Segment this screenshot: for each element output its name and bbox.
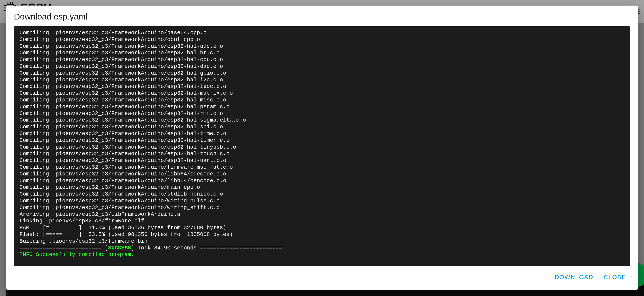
build-log-terminal[interactable]: Compiling .pioenvs/esp32_c3/FrameworkArd… [14,26,630,266]
modal-title: Download esp.yaml [14,12,630,22]
download-modal: Download esp.yaml Compiling .pioenvs/esp… [6,6,638,290]
close-button[interactable]: CLOSE [602,272,628,282]
modal-overlay[interactable]: Download esp.yaml Compiling .pioenvs/esp… [0,0,644,296]
build-log-content: Compiling .pioenvs/esp32_c3/FrameworkArd… [20,30,624,258]
download-button[interactable]: DOWNLOAD [553,272,595,282]
modal-actions: DOWNLOAD CLOSE [14,266,630,286]
